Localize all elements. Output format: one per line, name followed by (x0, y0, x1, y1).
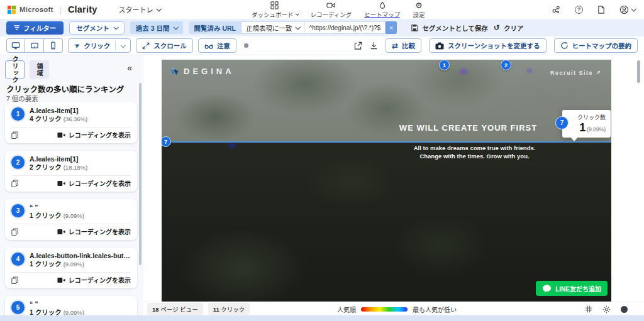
rank-badge: 1 (11, 107, 25, 121)
attention-heatmap-button[interactable]: 注意 (198, 38, 236, 53)
grid-toggle-icon[interactable] (585, 305, 592, 313)
view-recordings-link[interactable]: レコーディングを表示 (57, 275, 131, 285)
heatmaps-icon (379, 1, 386, 9)
pageviews-chip: 18 ページ ビュー (147, 303, 203, 315)
top-navbar: Microsoft | Clarity スタートレ ダッシュボード レコーディン… (0, 0, 644, 19)
sidebar-scrollbar[interactable] (139, 83, 142, 265)
clicks-chip: 11 クリック (208, 303, 250, 315)
url-value-input[interactable]: ^https://degina\.jp/(\?.*)?$ (304, 21, 386, 34)
heatmap-summary-button[interactable]: ヒートマップの要約 (554, 38, 638, 53)
project-selector[interactable]: スタートレ (118, 4, 160, 14)
collapse-sidebar-icon[interactable]: « (127, 63, 132, 73)
heat-blob (455, 65, 472, 79)
line-add-friend-button[interactable]: LINE友だち追加 (536, 281, 608, 296)
scroll-heatmap-button[interactable]: スクロール (136, 38, 193, 53)
tab-area[interactable]: 領域 (30, 60, 49, 79)
nav-settings[interactable]: ⚙ 設定 (411, 0, 426, 19)
tooltip-label: クリック数 (567, 113, 606, 121)
ranking-item-5[interactable]: 5 “ ” 1 クリック (9.09%) レコーディングを表示 (5, 296, 137, 315)
canvas-scrollbar[interactable] (637, 60, 640, 83)
heatmap-canvas: DEGINA Recruit Site ↗ WE WILL CREATE YOU… (143, 55, 644, 302)
url-operator-select[interactable]: 正規表現に一致 (241, 21, 305, 34)
device-mobile-button[interactable] (44, 38, 63, 53)
clear-filters-button[interactable]: ↺ クリア (494, 23, 524, 33)
clarity-app: Microsoft | Clarity スタートレ ダッシュボード レコーディン… (0, 0, 644, 321)
tab-click[interactable]: クリック (5, 60, 25, 79)
tablet-icon (30, 41, 39, 50)
connections-icon[interactable] (552, 6, 560, 14)
copy-icon[interactable] (11, 228, 18, 236)
settings-icon: ⚙ (415, 1, 423, 9)
copy-icon[interactable] (11, 180, 18, 187)
copy-icon[interactable] (11, 276, 18, 284)
site-subtext: All to make dreams come true with friend… (338, 144, 611, 160)
share-icon[interactable] (354, 41, 362, 50)
heat-blob (523, 65, 536, 76)
heat-gradient-bar (361, 307, 408, 312)
contrast-icon[interactable] (621, 306, 628, 313)
brightness-icon[interactable] (602, 305, 611, 313)
docs-icon[interactable] (597, 6, 605, 14)
nav-heatmaps-label: ヒートマップ (364, 10, 400, 19)
filter-bar: フィルター セグメント 過去 3 日間 閲覧済み URL 正規表現に一致 ^ht… (0, 19, 644, 36)
degina-logo-icon (169, 67, 179, 76)
date-range-dropdown[interactable]: 過去 3 日間 (130, 21, 184, 34)
segment-dropdown[interactable]: セグメント (69, 21, 125, 35)
video-camera-icon (57, 132, 65, 138)
nav-heatmaps[interactable]: ヒートマップ (363, 0, 401, 19)
ranking-item-4[interactable]: 4 A.leales-button-link.leales-button.lea… (5, 248, 137, 288)
click-marker-2[interactable]: 2 (501, 60, 511, 70)
cursor-icon: ➤ (73, 41, 81, 50)
change-screenshot-button[interactable]: スクリーンショットを変更する (429, 38, 546, 53)
desktop-icon (11, 41, 20, 50)
filter-button[interactable]: フィルター (6, 21, 64, 35)
chevron-down-icon (174, 24, 179, 30)
ranking-sidebar: クリック 領域 « クリック数の多い順にランキング 7 個の要素 1 A.lea… (0, 55, 143, 315)
heat-blob (225, 140, 240, 151)
rank-badge: 5 (11, 301, 25, 314)
copy-icon[interactable] (11, 131, 18, 139)
chevron-down-icon (631, 6, 636, 11)
view-recordings-link[interactable]: レコーディングを表示 (57, 227, 131, 236)
toolbar-right: ⇄ 比較 スクリーンショットを変更する ヒートマップの要約 (354, 38, 638, 53)
heatmap-toolbar: ➤ クリック スクロール 注意 ⇄ 比較 (0, 36, 644, 55)
nav-dashboard[interactable]: ダッシュボード (250, 0, 299, 19)
click-heatmap-dropdown[interactable]: ➤ クリック (68, 38, 131, 53)
divider: | (60, 5, 62, 14)
undo-icon: ↺ (494, 23, 500, 32)
ranking-item-1[interactable]: 1 A.leales-item[1] 4 クリック (36.36%) レコーディ… (5, 102, 137, 143)
tooltip-rank-badge: 7 (555, 116, 569, 129)
site-logo: DEGINA (169, 67, 235, 76)
rank-badge: 2 (11, 156, 25, 169)
help-icon[interactable]: ? (575, 6, 583, 14)
rank-badge: 3 (11, 204, 25, 217)
download-icon[interactable] (370, 41, 378, 50)
video-camera-icon (57, 180, 65, 187)
website-dark-section (162, 142, 611, 302)
compare-button[interactable]: ⇄ 比較 (386, 38, 421, 53)
video-camera-icon (57, 277, 65, 283)
chevron-down-icon (113, 24, 118, 30)
view-recordings-link[interactable]: レコーディングを表示 (57, 130, 131, 139)
save-segment-button[interactable]: セグメントとして保存 (411, 23, 488, 33)
dashboard-icon (270, 1, 279, 9)
device-toggle-group (6, 38, 63, 53)
click-marker-1[interactable]: 1 (439, 60, 450, 70)
ranking-item-2[interactable]: 2 A.leales-item[1] 2 クリック (18.18%) レコーディ… (5, 151, 137, 192)
remove-filter-button[interactable]: × (386, 21, 397, 34)
account-menu[interactable] (619, 5, 635, 14)
device-tablet-button[interactable] (25, 38, 44, 53)
compare-icon: ⇄ (392, 42, 398, 50)
info-dot-icon[interactable] (244, 43, 248, 48)
nav-recordings[interactable]: レコーディング (309, 0, 353, 19)
element-selector: A.leales-button-link.leales-button.leale… (30, 252, 130, 260)
view-recordings-link[interactable]: レコーディングを表示 (57, 178, 131, 188)
nav-settings-label: 設定 (413, 10, 425, 19)
website-screenshot[interactable]: DEGINA Recruit Site ↗ WE WILL CREATE YOU… (162, 60, 611, 302)
ranking-subtitle: 7 個の要素 (6, 94, 38, 103)
ranking-item-3[interactable]: 3 “ ” 1 クリック (9.09%) レコーディングを表示 (5, 199, 137, 240)
heatmap-main: DEGINA Recruit Site ↗ WE WILL CREATE YOU… (143, 55, 644, 315)
camera-icon (435, 42, 444, 50)
top-right-icons: ? (552, 0, 635, 19)
device-desktop-button[interactable] (6, 38, 25, 53)
